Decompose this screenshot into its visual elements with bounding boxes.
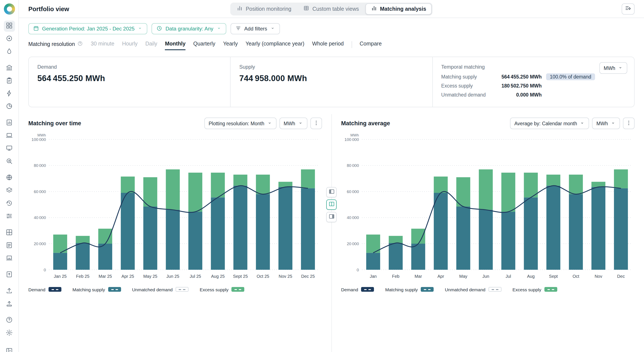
layout-right-icon	[328, 213, 335, 221]
plotting-resolution-select[interactable]: Plotting resolution: Month	[204, 118, 276, 129]
sidebar-item-bolt[interactable]	[4, 88, 15, 99]
filter-label: Add filters	[244, 26, 267, 32]
sidebar-item-doc-export[interactable]	[4, 269, 15, 281]
unit-select[interactable]: MWh	[279, 118, 307, 129]
sidebar-item-search-chart[interactable]	[4, 156, 15, 167]
sidebar-item-grid-alt[interactable]	[4, 227, 15, 239]
unmatched-demand-swatch	[488, 287, 501, 292]
help-icon[interactable]	[78, 41, 83, 48]
demand-swatch	[361, 287, 374, 292]
sidebar-item-layers[interactable]	[4, 185, 15, 196]
sidebar-item-sliders[interactable]	[4, 211, 15, 222]
sidebar-item-upload[interactable]	[4, 286, 15, 297]
tab-custom-table-views[interactable]: Custom table views	[298, 3, 364, 14]
sidebar-item-target[interactable]	[4, 33, 15, 45]
resolution-daily[interactable]: Daily	[145, 40, 157, 50]
funnel-icon	[235, 25, 241, 32]
sidebar-item-upload-alt[interactable]	[4, 299, 15, 310]
layout-single-left-button[interactable]	[326, 187, 336, 197]
dashboard-icon	[6, 22, 13, 30]
tab-label: Custom table views	[312, 6, 359, 12]
sidebar-help-button[interactable]	[4, 315, 15, 326]
table-settings-button[interactable]	[622, 3, 634, 14]
matching-resolution-label: Matching resolution	[28, 41, 83, 50]
compare-button[interactable]: Compare	[360, 40, 382, 50]
sidebar-collapse-button[interactable]	[4, 346, 15, 352]
chart-menu-button[interactable]	[310, 118, 322, 129]
svg-text:Feb 25: Feb 25	[76, 274, 89, 279]
temporal-unit-select[interactable]: MWh	[599, 62, 627, 74]
data-granularity-filter[interactable]: Data granularity: Any	[152, 23, 226, 34]
upload-alt-icon	[6, 300, 13, 309]
sidebar-item-laptop-alt[interactable]	[4, 253, 15, 264]
unit-select[interactable]: MWh	[592, 118, 620, 129]
resolution-whole-period[interactable]: Whole period	[312, 40, 344, 50]
svg-text:Dec 25: Dec 25	[301, 274, 315, 279]
matching-resolution-row: Matching resolution 30 minuteHourlyDaily…	[28, 40, 634, 50]
sidebar-item-laptop[interactable]	[4, 130, 15, 142]
filter-label: Data granularity: Any	[166, 26, 214, 32]
svg-text:80 000: 80 000	[346, 163, 359, 168]
svg-text:60 000: 60 000	[346, 189, 359, 194]
matching-average-chart[interactable]: 020 00040 00060 00080 000100 000MWhJanFe…	[341, 132, 634, 283]
sidebar-item-monitor[interactable]	[4, 143, 15, 154]
page-title: Portfolio view	[28, 5, 69, 12]
kebab-icon	[626, 119, 632, 127]
chart-menu-button[interactable]	[623, 118, 634, 129]
legend-demand[interactable]: Demand	[28, 287, 61, 292]
sidebar-bottom	[4, 314, 15, 340]
chart-title: Matching over time	[28, 120, 81, 127]
sidebar-item-globe[interactable]	[4, 172, 15, 184]
legend-unmatched-demand[interactable]: Unmatched demand	[445, 287, 501, 292]
add-filters-button[interactable]: Add filters	[230, 23, 280, 34]
legend-matching-supply[interactable]: Matching supply	[385, 287, 434, 292]
svg-text:100 000: 100 000	[32, 137, 46, 142]
resolution-yearly-compliance-year-[interactable]: Yearly (compliance year)	[246, 40, 304, 50]
sidebar-item-pie[interactable]	[4, 101, 15, 112]
resolution-monthly[interactable]: Monthly	[165, 40, 186, 50]
layout-split-icon	[328, 201, 335, 209]
chart-legend: Demand Matching supply Unmatched demand …	[341, 287, 634, 292]
clock-icon	[156, 25, 162, 32]
sidebar-item-history[interactable]	[4, 198, 15, 209]
sidebar-gear-button[interactable]	[4, 328, 15, 339]
layout-single-right-button[interactable]	[326, 212, 336, 222]
target-icon	[6, 35, 13, 43]
bars[interactable]	[53, 169, 315, 270]
sidebar-item-droplet[interactable]	[4, 46, 15, 57]
sidebar-item-bank[interactable]	[4, 63, 15, 74]
layout-split-button[interactable]	[326, 200, 336, 210]
resolution-30-minute[interactable]: 30 minute	[91, 40, 114, 50]
generation-period-filter[interactable]: Generation Period: Jan 2025 - Dec 2025	[28, 23, 148, 34]
temporal-matching-rows: Matching supply564 455.250 MWh100.0% of …	[441, 73, 626, 99]
tab-matching-analysis[interactable]: Matching analysis	[365, 3, 432, 14]
svg-text:Nov: Nov	[594, 274, 602, 279]
tab-position-monitoring[interactable]: Position monitoring	[231, 3, 297, 14]
legend-excess-supply[interactable]: Excess supply	[200, 287, 244, 292]
resolution-quarterly[interactable]: Quarterly	[193, 40, 215, 50]
app-logo[interactable]	[4, 3, 15, 14]
sidebar-item-dashboard[interactable]	[4, 20, 15, 32]
table-settings-icon	[625, 5, 632, 13]
sidebar-item-doc-bars[interactable]	[4, 240, 15, 251]
svg-text:Nov 25: Nov 25	[279, 274, 292, 279]
legend-unmatched-demand[interactable]: Unmatched demand	[132, 287, 188, 292]
sidebar-item-doc-chart[interactable]	[4, 118, 15, 129]
temporal-row: Matching supply564 455.250 MWh100.0% of …	[441, 73, 626, 81]
svg-text:0: 0	[356, 268, 359, 272]
legend-matching-supply[interactable]: Matching supply	[72, 287, 121, 292]
resolution-yearly[interactable]: Yearly	[223, 40, 238, 50]
legend-excess-supply[interactable]: Excess supply	[512, 287, 557, 292]
matching-supply-swatch	[108, 287, 121, 292]
supply-value: 744 958.000 MWh	[239, 74, 424, 83]
laptop-icon	[6, 132, 13, 140]
sidebar-item-clipboard[interactable]	[4, 75, 15, 87]
kebab-icon	[313, 119, 319, 127]
search-chart-icon	[6, 157, 13, 166]
legend-demand[interactable]: Demand	[341, 287, 374, 292]
svg-text:Jan: Jan	[370, 274, 376, 279]
average-by-select[interactable]: Average by: Calendar month	[510, 118, 589, 129]
resolution-hourly[interactable]: Hourly	[122, 40, 138, 50]
matching-over-time-chart[interactable]: 020 00040 00060 00080 000100 000MWhJan 2…	[28, 132, 322, 283]
bars[interactable]	[366, 169, 628, 270]
